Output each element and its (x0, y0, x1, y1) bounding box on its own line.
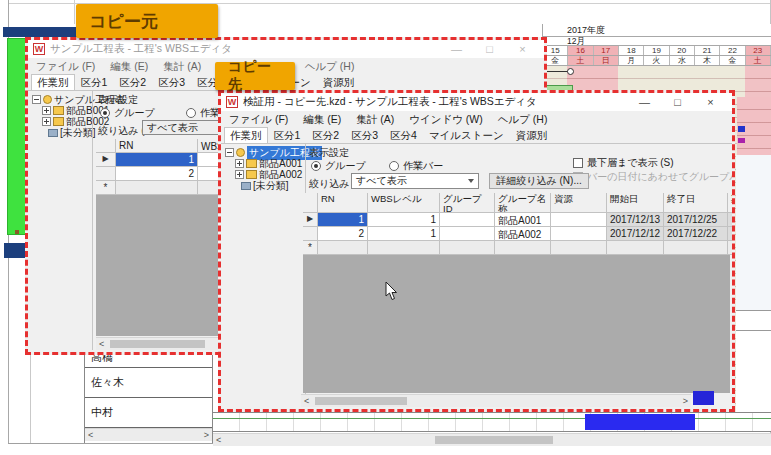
tree-item-unclassified[interactable]: [未分類] (225, 180, 322, 191)
cell-end-date[interactable]: 2017/12/22 (664, 227, 728, 241)
scroll-left-arrow[interactable]: < (304, 395, 309, 407)
gantt-bar-purple-small[interactable] (738, 138, 745, 143)
gantt-bar-blue[interactable] (585, 414, 695, 430)
column-header-groupname[interactable]: グループ名称 (495, 193, 551, 213)
radio-off-icon[interactable] (186, 108, 196, 118)
maximize-button[interactable]: □ (661, 93, 694, 111)
cell-duration[interactable] (728, 241, 735, 255)
cell-end-date[interactable] (664, 241, 728, 255)
cell-wbs[interactable]: 1 (368, 213, 440, 227)
checkbox-show-lowest[interactable]: 最下層まで表示 (S) (573, 156, 674, 170)
gantt-bar-green-tall[interactable] (7, 38, 26, 235)
checkbox-icon[interactable] (573, 158, 583, 168)
cell-rn[interactable] (116, 181, 198, 195)
radio-bar-option[interactable]: 作業バー (389, 159, 443, 173)
cell-wbs[interactable]: 1 (368, 227, 440, 241)
cell-rn[interactable]: 2 (318, 227, 368, 241)
cell-groupid[interactable] (440, 227, 495, 241)
scroll-left-arrow[interactable]: < (88, 429, 93, 441)
column-header-groupid[interactable]: グループID (440, 193, 495, 213)
detail-filter-button[interactable]: 詳細絞り込み (N)... (489, 173, 589, 189)
gantt-bar-darkblue[interactable] (3, 27, 78, 37)
pane-divider[interactable] (92, 91, 93, 350)
tab-category2[interactable]: 区分2 (113, 74, 152, 90)
tab-category3[interactable]: 区分3 (345, 127, 384, 143)
menu-aggregate[interactable]: 集計 (A) (163, 60, 201, 74)
scroll-right-arrow[interactable]: > (683, 395, 688, 407)
resource-pane-hscrollbar[interactable]: < > (85, 428, 212, 441)
column-header-end[interactable]: 終了日 (664, 193, 728, 213)
grid-new-row[interactable]: * (303, 241, 735, 255)
gantt-bar-blue-small[interactable] (738, 126, 745, 132)
menu-aggregate[interactable]: 集計 (A) (356, 113, 394, 127)
collapse-icon[interactable] (225, 148, 234, 157)
grid-row[interactable]: ▶ 1 1 部品A001 2017/12/13 2017/12/25 (303, 213, 735, 227)
tab-resource[interactable]: 資源別 (510, 127, 554, 143)
tab-category1[interactable]: 区分1 (75, 74, 114, 90)
menu-window[interactable]: ウインドウ (W) (409, 113, 483, 127)
gantt-bar-darkblue2[interactable] (4, 243, 25, 258)
column-header-rn[interactable]: RN (116, 139, 198, 153)
menu-help[interactable]: ヘルプ (H) (498, 113, 548, 127)
cell-groupid[interactable] (440, 241, 495, 255)
cell-groupname[interactable] (495, 241, 551, 255)
expand-icon[interactable] (235, 170, 244, 179)
tab-milestone[interactable]: マイルストーン (423, 127, 510, 143)
menu-help[interactable]: ヘルプ (H) (305, 60, 355, 74)
expand-icon[interactable] (42, 106, 51, 115)
radio-group-option[interactable]: グループ (311, 159, 366, 173)
tab-resource[interactable]: 資源別 (317, 74, 361, 90)
column-header-wbs[interactable]: WBSレベル (368, 193, 440, 213)
resource-row[interactable]: 佐々木 (85, 368, 212, 398)
tab-category4[interactable]: 区分4 (384, 127, 423, 143)
cell-rn[interactable]: 1 (116, 153, 198, 167)
menu-file[interactable]: ファイル (F) (229, 113, 288, 127)
cell-rn[interactable]: 1 (318, 213, 368, 227)
grid-row[interactable]: 2 1 部品A002 2017/12/12 2017/12/22 (303, 227, 735, 241)
tab-work[interactable]: 作業別 (224, 127, 268, 143)
scrollbar-thumb[interactable] (435, 436, 553, 444)
menu-edit[interactable]: 編集 (E) (110, 60, 148, 74)
scrollbar-thumb[interactable] (110, 340, 205, 348)
cell-resource[interactable] (551, 241, 607, 255)
cell-resource[interactable] (551, 227, 607, 241)
menu-edit[interactable]: 編集 (E) (303, 113, 341, 127)
radio-on-icon[interactable] (311, 161, 321, 171)
radio-off-icon[interactable] (389, 161, 399, 171)
cell-wbs[interactable] (368, 241, 440, 255)
expand-icon[interactable] (42, 117, 51, 126)
radio-group-option[interactable]: グループ (100, 106, 155, 120)
cell-rn[interactable] (318, 241, 368, 255)
cell-groupname[interactable]: 部品A002 (495, 227, 551, 241)
cell-groupname[interactable]: 部品A001 (495, 213, 551, 227)
bottom-hscrollbar[interactable]: < (213, 433, 771, 446)
column-header-resource[interactable]: 資源 (551, 193, 607, 213)
cell-start-date[interactable]: 2017/12/12 (607, 227, 664, 241)
tab-category2[interactable]: 区分2 (306, 127, 345, 143)
close-button[interactable]: × (694, 93, 727, 111)
expand-icon[interactable] (235, 159, 244, 168)
cell-groupid[interactable] (440, 213, 495, 227)
column-header-rn[interactable]: RN (318, 193, 368, 213)
window2-titlebar[interactable]: W 検証用 - コピー先.kzd - サンプル工程表 - 工程's WBSエディ… (221, 93, 732, 111)
collapse-icon[interactable] (32, 95, 41, 104)
cell-rn[interactable]: 2 (116, 167, 198, 181)
maximize-button[interactable]: □ (473, 40, 506, 58)
cell-duration[interactable] (728, 213, 735, 227)
tab-category1[interactable]: 区分1 (268, 127, 307, 143)
minimize-button[interactable]: — (440, 40, 473, 58)
radio-on-icon[interactable] (100, 108, 110, 118)
tab-category3[interactable]: 区分3 (152, 74, 191, 90)
menu-file[interactable]: ファイル (F) (36, 60, 95, 74)
cell-resource[interactable] (551, 213, 607, 227)
close-button[interactable]: × (506, 40, 539, 58)
cell-start-date[interactable]: 2017/12/13 (607, 213, 664, 227)
filter-combobox[interactable]: すべて表示 (351, 173, 479, 189)
cell-start-date[interactable] (607, 241, 664, 255)
scroll-right-arrow[interactable]: > (204, 429, 209, 441)
cell-end-date[interactable]: 2017/12/25 (664, 213, 728, 227)
window2-grid-hscrollbar[interactable]: < > (301, 394, 691, 407)
minimize-button[interactable]: — (628, 93, 661, 111)
window1-titlebar[interactable]: W サンプル工程表 - 工程's WBSエディタ — □ × (28, 40, 544, 58)
resource-row[interactable]: 中村 (85, 398, 212, 428)
